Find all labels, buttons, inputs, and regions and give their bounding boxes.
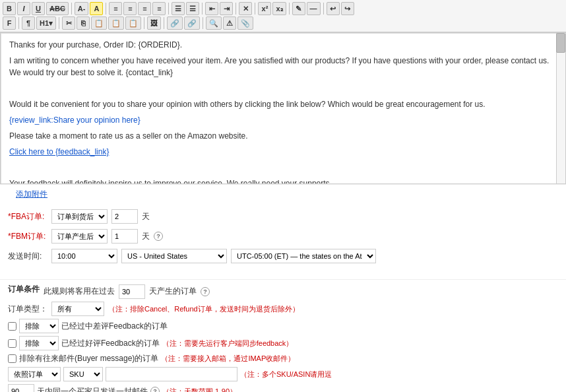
feedback-negative-action[interactable]: 排除 包含 — [19, 319, 59, 333]
indent-right-button[interactable]: ⇥ — [220, 2, 233, 15]
country-select[interactable]: US - United States UK - United Kingdom — [121, 249, 227, 263]
same-buyer-desc: 天内同一个买家只发送一封邮件 — [37, 386, 148, 393]
separator-8 — [323, 3, 324, 15]
strikethrough-button[interactable]: ABC — [46, 2, 69, 15]
order-type-label: 订单类型： — [8, 304, 47, 315]
same-buyer-row: 天内同一个买家只发送一封邮件 ? （注：天数范围 1-90） — [8, 384, 558, 392]
font-decrease-button[interactable]: A- — [75, 2, 89, 15]
fbm-help-icon[interactable]: ? — [154, 232, 163, 241]
separator-2 — [106, 3, 106, 15]
email-line-7: Please take a moment to rate us as a sel… — [9, 130, 551, 142]
timezone-select[interactable]: UTC-05:00 (ET) — the states on the Atla … — [231, 249, 376, 263]
send-time-row: 发送时间: 10:00 11:00 12:00 US - United Stat… — [8, 249, 558, 263]
toolbar-row-1: B I U ABC A- A ≡ ≡ ≡ ≡ ☰ ☰ ⇤ ⇥ ✕ x² x₂ ✎… — [3, 2, 563, 15]
feedback-positive-action[interactable]: 排除 包含 — [19, 336, 59, 350]
separator-3 — [168, 3, 169, 15]
insert-image-button[interactable]: 🖼 — [147, 16, 161, 30]
separator-5 — [236, 3, 236, 15]
bold-button[interactable]: B — [3, 2, 16, 15]
fbm-trigger-select[interactable]: 订单到货后订单产生后发货后 — [51, 229, 108, 244]
paste-special-button[interactable]: 📋 — [108, 16, 124, 30]
email-line-2-3: I am writing to concern whether you have… — [9, 55, 551, 79]
same-buyer-days-input[interactable] — [8, 384, 34, 392]
order-type-note: （注：排除Cancel、Refund订单，发送时间为退货后除外） — [108, 304, 299, 314]
add-attachment-link[interactable]: 添加附件 — [8, 186, 558, 203]
list-ordered-button[interactable]: ☰ — [186, 2, 199, 15]
order-type-select[interactable]: 所有 FBA FBM — [51, 302, 104, 316]
copy-button[interactable]: ⎘ — [77, 16, 90, 30]
condition-desc-prefix: 此规则将客用在过去 — [44, 286, 115, 297]
insert-link-button[interactable]: 🔗 — [167, 16, 183, 30]
fba-unit-label: 天 — [142, 211, 150, 222]
italic-button[interactable]: I — [17, 2, 30, 15]
cut-button[interactable]: ✂ — [62, 16, 75, 30]
subscript-button[interactable]: x₂ — [272, 2, 286, 15]
separator-9 — [18, 17, 19, 29]
email-line-1: Thanks for your purchase, Order ID: {ORD… — [9, 39, 551, 51]
clear-format-button[interactable]: ✕ — [239, 2, 252, 15]
undo-button[interactable]: ↩ — [327, 2, 340, 15]
feedback-negative-checkbox[interactable] — [8, 322, 16, 331]
draw-button[interactable]: ✎ — [292, 2, 305, 15]
indent-left-button[interactable]: ⇤ — [205, 2, 218, 15]
feedback-positive-checkbox[interactable] — [8, 339, 16, 348]
condition-help-icon[interactable]: ? — [201, 287, 210, 296]
email-line-8: Click here to {feedback_link} — [9, 146, 551, 158]
scrollbar-thumb[interactable] — [556, 33, 565, 53]
order-type-row: 订单类型： 所有 FBA FBM （注：排除Cancel、Refund订单，发送… — [8, 302, 558, 316]
font-button[interactable]: F — [3, 16, 16, 30]
redo-button[interactable]: ↪ — [341, 2, 354, 15]
condition-days-input[interactable] — [119, 284, 145, 299]
underline-button[interactable]: U — [32, 2, 45, 15]
sku-value-input[interactable] — [106, 367, 237, 381]
superscript-button[interactable]: x² — [258, 2, 271, 15]
separator-13 — [203, 17, 203, 29]
email-line-6: {review_link:Share your opinion here} — [9, 114, 551, 126]
separator-4 — [202, 3, 203, 15]
separator-6 — [255, 3, 255, 15]
search-button[interactable]: 🔍 — [206, 16, 222, 30]
spellcheck-button[interactable]: ⚠ — [223, 16, 236, 30]
sku-type-select[interactable]: SKU ASIN — [63, 367, 103, 381]
align-center-button[interactable]: ≡ — [123, 2, 137, 15]
align-right-button[interactable]: ≡ — [138, 2, 151, 15]
fba-trigger-select[interactable]: 订单到货后订单产生后发货后 — [51, 209, 108, 224]
condition-desc-suffix: 天产生的订单 — [149, 286, 197, 297]
fba-row: *FBA订单: 订单到货后订单产生后发货后 订单到货后 天 — [8, 209, 558, 224]
email-line-10: Your feedback will definitely inspire us… — [9, 178, 551, 184]
feedback-negative-label: 已经过中差评Feedback的订单 — [61, 321, 168, 332]
align-left-button[interactable]: ≡ — [109, 2, 122, 15]
heading-button[interactable]: H1▾ — [36, 16, 56, 30]
scrollbar-track[interactable] — [556, 33, 565, 183]
separator-1 — [71, 3, 72, 15]
spacer — [0, 274, 566, 279]
paragraph-button[interactable]: ¶ — [22, 16, 35, 30]
feedback-positive-label: 已经过好评Feedback的订单 — [61, 338, 160, 349]
buyer-message-checkbox[interactable] — [8, 354, 16, 363]
sku-note: （注：多个SKU/ASIN请用逗 — [240, 370, 332, 379]
fbm-days-input[interactable] — [111, 229, 138, 244]
paste-format-button[interactable]: 📋 — [125, 16, 141, 30]
email-line-5: Would it be convenient for you to share … — [9, 98, 551, 110]
paste-button[interactable]: 📋 — [91, 16, 107, 30]
toolbar: B I U ABC A- A ≡ ≡ ≡ ≡ ☰ ☰ ⇤ ⇥ ✕ x² x₂ ✎… — [0, 0, 566, 32]
line-button[interactable]: — — [307, 2, 321, 15]
font-highlight-button[interactable]: A — [90, 2, 103, 15]
align-justify-button[interactable]: ≡ — [152, 2, 166, 15]
attachment-button[interactable]: 📎 — [237, 16, 253, 30]
fba-days-input[interactable] — [111, 209, 138, 224]
send-time-select[interactable]: 10:00 11:00 12:00 — [51, 249, 117, 263]
condition-header: 订单条件 此规则将客用在过去 天产生的订单 ? — [8, 284, 558, 299]
order-conditions-label: 订单条件 — [8, 284, 40, 295]
buyer-message-note: （注：需要接入邮箱，通过IMAP收邮件） — [161, 354, 295, 364]
list-unordered-button[interactable]: ☰ — [172, 2, 185, 15]
email-content[interactable]: Thanks for your purchase, Order ID: {ORD… — [1, 33, 565, 184]
feedback-positive-note: （注：需要先运行客户端同步feedback） — [162, 339, 294, 348]
sku-row: 依照订单 排除 SKU ASIN （注：多个SKU/ASIN请用逗 — [8, 367, 558, 381]
separator-10 — [59, 17, 59, 29]
sku-action-select[interactable]: 依照订单 排除 — [8, 367, 61, 381]
same-buyer-help-icon[interactable]: ? — [150, 387, 160, 392]
fbm-row: *FBM订单: 订单到货后订单产生后发货后 天 ? — [8, 229, 558, 244]
email-line-blank2 — [9, 162, 551, 174]
unlink-button[interactable]: 🔗 — [184, 16, 200, 30]
